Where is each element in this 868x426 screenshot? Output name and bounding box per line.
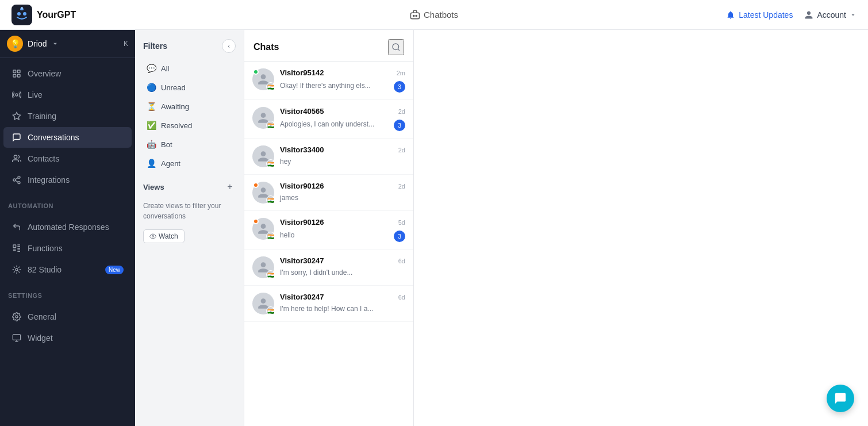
sidebar-item-live[interactable]: Live (3, 85, 132, 105)
settings-items: General Widget (0, 301, 135, 354)
views-title: Views (143, 183, 164, 191)
filter-resolved[interactable]: ✅ Resolved (139, 116, 240, 135)
chat-name: Visitor90126 (280, 218, 324, 227)
views-add-button[interactable]: + (224, 181, 236, 193)
chat-content: Visitor95142 2m Okay! If there's anythin… (280, 68, 405, 93)
eye-icon (149, 233, 156, 240)
chat-item[interactable]: 🇮🇳 Visitor33400 2d hey (244, 139, 413, 175)
online-indicator (253, 69, 259, 75)
sidebar-item-studio-label: 82 Studio (28, 265, 62, 274)
watch-button[interactable]: Watch (143, 229, 185, 243)
chat-content: Visitor40565 2d Apologies, I can only un… (280, 107, 405, 131)
filter-resolved-label: Resolved (161, 121, 192, 130)
training-icon (11, 111, 22, 121)
chat-preview: I'm sorry, I didn't unde... (280, 268, 352, 277)
chat-preview: james (280, 194, 298, 202)
svg-point-26 (152, 236, 154, 237)
chat-top: Visitor30247 6d (280, 256, 405, 265)
studio-icon (11, 264, 22, 275)
settings-section-label: Settings (0, 285, 135, 301)
svg-point-15 (18, 176, 20, 178)
sidebar-item-training-label: Training (28, 112, 56, 121)
sidebar-item-contacts[interactable]: Contacts (3, 148, 132, 169)
filter-all[interactable]: 💬 All (139, 59, 240, 78)
sidebar-item-integrations[interactable]: Integrations (3, 170, 132, 190)
chat-item[interactable]: 🇮🇳 Visitor30247 6d I'm sorry, I didn't u… (244, 250, 413, 286)
chat-top: Visitor30247 6d (280, 293, 405, 301)
svg-point-4 (21, 7, 23, 9)
contacts-icon (11, 153, 22, 164)
workspace-name: Driod (28, 39, 47, 48)
automation-items: Automated Responses Functions (0, 212, 135, 285)
account-button[interactable]: Account (804, 10, 857, 20)
filter-unread[interactable]: 🔵 Unread (139, 78, 240, 97)
filter-agent[interactable]: 👤 Agent (139, 154, 240, 172)
chats-search-button[interactable] (388, 39, 404, 55)
sidebar: 💡 Driod K Overv (0, 30, 135, 426)
away-indicator (253, 218, 259, 224)
avatar-wrap: 🇮🇳 (252, 182, 274, 204)
chat-item[interactable]: 🇮🇳 Visitor40565 2d Apologies, I can only… (244, 100, 413, 139)
svg-rect-5 (410, 13, 419, 19)
sidebar-item-training[interactable]: Training (3, 106, 132, 126)
chat-name: Visitor40565 (280, 107, 324, 116)
sidebar-item-automated-responses[interactable]: Automated Responses (3, 217, 132, 237)
svg-point-2 (23, 12, 26, 16)
sidebar-item-general-label: General (28, 312, 56, 321)
chat-item[interactable]: 🇮🇳 Visitor30247 6d I'm here to help! How… (244, 286, 413, 322)
chat-item[interactable]: 🇮🇳 Visitor90126 5d hello 3 (244, 211, 413, 250)
chat-item[interactable]: 🇮🇳 Visitor95142 2m Okay! If there's anyt… (244, 62, 413, 100)
workspace-selector[interactable]: 💡 Driod K (0, 30, 135, 58)
chevron-down-icon (850, 11, 857, 18)
avatar-wrap: 🇮🇳 (252, 68, 274, 90)
chat-top: Visitor33400 2d (280, 145, 405, 154)
chatbots-nav[interactable]: Chatbots (410, 10, 458, 20)
chatbots-label: Chatbots (424, 10, 458, 20)
svg-rect-23 (13, 335, 20, 340)
svg-rect-10 (13, 74, 16, 77)
flag-indicator: 🇮🇳 (266, 195, 275, 205)
svg-point-16 (13, 179, 16, 181)
sidebar-item-widget[interactable]: Widget (3, 328, 132, 348)
flag-indicator: 🇮🇳 (266, 232, 275, 241)
main-content (414, 30, 868, 426)
general-icon (11, 312, 22, 322)
topnav: YourGPT Chatbots Latest Updates Account (0, 0, 868, 30)
avatar-wrap: 🇮🇳 (252, 293, 274, 314)
svg-point-1 (17, 12, 21, 16)
filter-unread-label: Unread (161, 83, 186, 92)
resolved-icon: ✅ (147, 121, 156, 130)
chat-content: Visitor90126 5d hello 3 (280, 218, 405, 242)
sidebar-item-functions[interactable]: Functions (3, 238, 132, 259)
filter-bot[interactable]: 🤖 Bot (139, 135, 240, 153)
logo-text: YourGPT (37, 10, 76, 20)
svg-rect-20 (13, 245, 16, 248)
svg-rect-9 (17, 70, 20, 73)
filter-awaiting-label: Awaiting (161, 102, 189, 111)
chat-item[interactable]: 🇮🇳 Visitor90126 2d james (244, 175, 413, 211)
logo[interactable]: YourGPT (11, 5, 76, 25)
chats-title: Chats (254, 42, 279, 52)
workspace-icon: 💡 (7, 36, 23, 52)
watch-btn-label: Watch (159, 232, 178, 240)
chat-time: 2d (398, 108, 405, 115)
sidebar-item-overview[interactable]: Overview (3, 63, 132, 84)
filter-awaiting[interactable]: ⏳ Awaiting (139, 97, 240, 116)
latest-updates-button[interactable]: Latest Updates (726, 10, 793, 20)
sidebar-item-studio[interactable]: 82 Studio New (3, 259, 132, 280)
overview-icon (11, 68, 22, 79)
chat-preview: I'm here to help! How can I a... (280, 305, 373, 313)
integrations-icon (11, 175, 22, 185)
bot-icon: 🤖 (147, 140, 156, 149)
workspace-chevron-icon (51, 40, 59, 48)
chat-preview: Apologies, I can only underst... (280, 120, 374, 128)
sidebar-item-conversations[interactable]: Conversations (3, 127, 132, 148)
collapse-button[interactable]: ‹ (222, 39, 236, 53)
svg-line-18 (16, 181, 18, 182)
chat-fab-button[interactable] (827, 385, 854, 412)
filters-panel: Filters ‹ 💬 All 🔵 Unread ⏳ Awaiting ✅ Re… (135, 30, 244, 426)
sidebar-item-widget-label: Widget (28, 333, 53, 343)
sidebar-item-general[interactable]: General (3, 306, 132, 327)
widget-icon (11, 333, 22, 343)
flag-indicator: 🇮🇳 (266, 82, 275, 91)
